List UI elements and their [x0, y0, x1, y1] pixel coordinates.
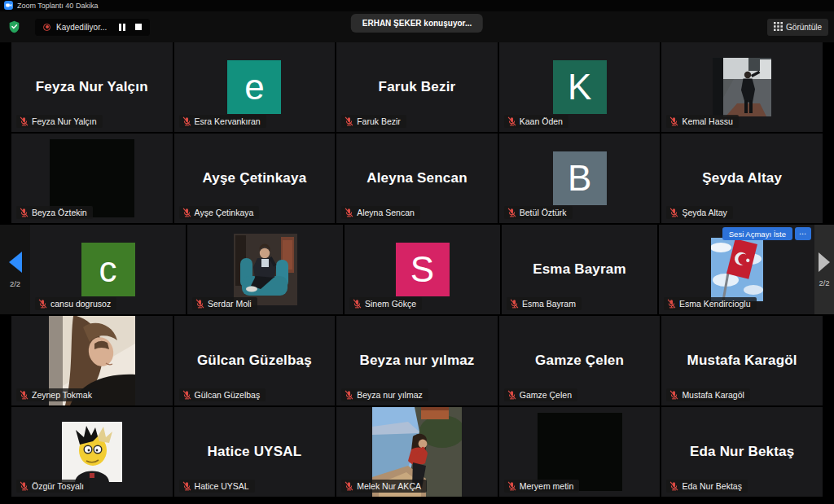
muted-mic-icon — [345, 208, 353, 217]
muted-mic-icon — [507, 390, 516, 400]
participant-name-label: Feyza Nur Yalçın — [16, 115, 103, 128]
recording-dot-icon — [43, 24, 50, 31]
participant-tile[interactable]: Eda Nur BektaşEda Nur Bektaş — [661, 407, 823, 497]
muted-mic-icon — [345, 116, 353, 126]
muted-mic-icon — [345, 481, 353, 491]
participant-name-text: Gamze Çelen — [520, 390, 572, 400]
muted-mic-icon — [182, 116, 191, 126]
security-shield-icon[interactable] — [8, 20, 20, 33]
profile-photo — [234, 234, 297, 305]
participant-display-name: Ayşe Çetinkaya — [202, 170, 306, 186]
muted-mic-icon — [507, 208, 516, 217]
muted-mic-icon — [669, 481, 678, 491]
avatar-letter: c — [99, 252, 117, 287]
participant-name-text: Serdar Moli — [208, 299, 252, 309]
participant-name-text: Beyza Öztekin — [32, 208, 87, 217]
participant-name-text: Faruk Bezir — [357, 116, 401, 126]
participant-name-text: Gülcan Güzelbaş — [195, 390, 261, 400]
active-speaker-indicator: ERHAN ŞEKER konuşuyor... — [351, 14, 483, 33]
participant-tile[interactable]: Ayşe ÇetinkayaAyşe Çetinkaya — [174, 134, 336, 223]
participant-tile[interactable]: ccansu dogrusoz — [30, 225, 186, 314]
participant-tile[interactable]: Kemal Hassu — [661, 42, 823, 132]
muted-mic-icon — [669, 390, 678, 400]
participant-name-label: Kaan Öden — [504, 115, 568, 128]
page-indicator: 2/2 — [10, 279, 20, 288]
participant-name-text: Feyza Nur Yalçın — [32, 116, 97, 126]
video-grid-row: Feyza Nur YalçınFeyza Nur YalçıneEsra Ke… — [0, 42, 834, 132]
participant-name-text: Beyza nur yılmaz — [357, 390, 423, 400]
participant-display-name: Eda Nur Bektaş — [690, 444, 794, 460]
participant-tile[interactable]: Esma BayramEsma Bayram — [502, 225, 657, 314]
profile-photo — [62, 422, 122, 482]
zoom-meeting-window: Zoom Toplantı 40 Dakika Kaydediliyor... … — [0, 0, 834, 504]
muted-mic-icon — [669, 116, 678, 126]
video-grid-row: ccansu dogrusozSerdar MoliSSinem GökçeEs… — [0, 225, 834, 314]
avatar-letter: S — [410, 252, 434, 287]
participant-name-label: Faruk Bezir — [341, 115, 406, 128]
participant-name-label: Gamze Çelen — [504, 388, 577, 401]
muted-mic-icon — [20, 481, 29, 491]
participant-name-text: Kaan Öden — [520, 116, 563, 126]
muted-mic-icon — [20, 116, 29, 126]
participant-tile[interactable]: Serdar Moli — [187, 225, 343, 314]
muted-mic-icon — [669, 208, 678, 217]
participant-tile[interactable]: Feyza Nur YalçınFeyza Nur Yalçın — [11, 42, 173, 132]
participant-tile[interactable]: Gülcan GüzelbaşGülcan Güzelbaş — [174, 316, 336, 405]
participant-tile[interactable]: BBetül Öztürk — [499, 134, 661, 223]
participant-tile[interactable]: eEsra Kervankıran — [174, 42, 336, 132]
participant-tile[interactable]: Beyza Öztekin — [11, 134, 173, 223]
pause-recording-button[interactable] — [119, 24, 125, 31]
participant-avatar: S — [396, 243, 450, 296]
participant-name-text: Aleyna Sencan — [357, 208, 415, 217]
participant-name-text: Esma Bayram — [522, 299, 576, 309]
video-grid: Feyza Nur YalçınFeyza Nur YalçıneEsra Ke… — [0, 42, 834, 497]
participant-tile[interactable]: Aleyna SencanAleyna Sencan — [336, 134, 498, 223]
participant-name-label: Esma Bayram — [507, 297, 582, 310]
view-button[interactable]: Görüntüle — [767, 19, 828, 36]
participant-tile[interactable]: Zeynep Tokmak — [11, 316, 173, 405]
participant-name-label: cansu dogrusoz — [35, 297, 116, 310]
participant-tile[interactable]: SSinem Gökçe — [345, 225, 500, 314]
participant-name-label: Zeynep Tokmak — [16, 388, 98, 401]
recording-indicator: Kaydediliyor... — [35, 19, 150, 36]
participant-tile[interactable]: Beyza nur yılmazBeyza nur yılmaz — [336, 316, 498, 405]
participant-tile[interactable]: Şeyda AltayŞeyda Altay — [661, 134, 823, 223]
participant-tile[interactable]: Mustafa KaragölMustafa Karagöl — [661, 316, 823, 405]
page-indicator: 2/2 — [819, 278, 829, 287]
participant-display-name: Şeyda Altay — [702, 170, 782, 186]
participant-name-label: Esra Kervankıran — [179, 115, 266, 128]
participant-avatar: K — [553, 60, 607, 114]
participant-avatar: e — [227, 60, 281, 114]
profile-photo — [711, 238, 763, 301]
muted-mic-icon — [345, 390, 353, 400]
participant-display-name: Esma Bayram — [533, 261, 626, 278]
participant-tile[interactable]: KKaan Öden — [499, 42, 661, 132]
participant-name-text: Melek Nur AKÇA — [357, 481, 421, 491]
participant-tile[interactable]: Hatice UYSALHatice UYSAL — [174, 407, 336, 497]
meeting-control-bar: Kaydediliyor... ERHAN ŞEKER konuşuyor...… — [0, 11, 834, 42]
muted-mic-icon — [182, 481, 191, 491]
next-page-button[interactable]: 2/2 — [814, 225, 834, 314]
previous-page-button[interactable]: 2/2 — [0, 225, 30, 314]
avatar-letter: e — [244, 69, 264, 105]
participant-tile[interactable]: Özgür Tosyalı — [11, 407, 173, 497]
ask-to-unmute-button[interactable]: Sesi Açmayı İste — [722, 227, 792, 240]
participant-tile[interactable]: Gamze ÇelenGamze Çelen — [499, 316, 661, 405]
participant-tile[interactable]: Sesi Açmayı İste⋯Esma Kendircioglu — [659, 225, 814, 314]
video-grid-row: Zeynep TokmakGülcan GüzelbaşGülcan Güzel… — [0, 316, 834, 405]
video-grid-row: Özgür TosyalıHatice UYSALHatice UYSALMel… — [0, 407, 834, 497]
participant-tile[interactable]: Melek Nur AKÇA — [336, 407, 498, 497]
participant-name-label: Beyza Öztekin — [16, 206, 93, 219]
participant-name-label: Betül Öztürk — [504, 206, 573, 219]
participant-display-name: Hatice UYSAL — [208, 444, 302, 460]
participant-name-label: Sinem Gökçe — [349, 297, 422, 310]
participant-name-text: Meryem metin — [520, 481, 574, 491]
more-options-button[interactable]: ⋯ — [795, 227, 811, 240]
gallery-grid-icon — [774, 22, 783, 33]
participant-name-label: Gülcan Güzelbaş — [179, 388, 266, 401]
participant-display-name: Feyza Nur Yalçın — [36, 79, 148, 95]
participant-tile[interactable]: Faruk BezirFaruk Bezir — [336, 42, 498, 132]
participant-tile[interactable]: Meryem metin — [499, 407, 661, 497]
stop-recording-button[interactable] — [135, 24, 142, 30]
participant-avatar: c — [81, 243, 135, 296]
